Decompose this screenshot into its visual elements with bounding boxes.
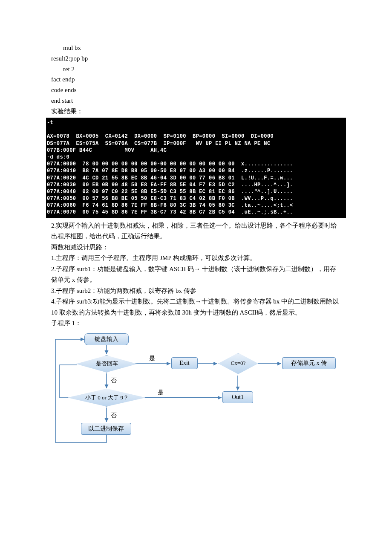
fc-edge-label-no: 否 [111,412,117,419]
code-line: code ends [51,85,341,95]
fc-node-label: 存储单元 x 传 [291,359,327,367]
document-page: mul bx result2:pop bp ret 2 fact endp co… [0,0,392,467]
code-line: end start [51,95,341,106]
code-line: ret 2 [51,64,341,75]
fc-node-label: Out1 [232,394,244,401]
fc-node-label: 键盘输入 [95,335,118,343]
fc-edge-label-no: 否 [111,377,117,384]
design-step: 2.子程序 surb1：功能是键盘输入，数字键 ASCII 码→ 十进制数（该十… [51,264,341,286]
fc-node-range [67,389,146,407]
design-step: 4.子程序 surb3:功能为显示十进制数。先将二进制数→十进制数。将传参寄存器… [51,296,341,318]
fc-node-store-x: 存储单元 x 传 [282,357,336,369]
fc-node-exit: Exit [171,357,198,369]
fc-node-cx0 [218,353,258,374]
section-2-title: 2.实现两个输入的十进制数相减法，相乘，相除，三者任选一个。给出设计思路，各个子… [51,220,341,242]
code-line: fact endp [51,74,341,85]
result-label: 实验结果： [51,106,341,117]
subprogram-1-label: 子程序 1： [51,318,341,329]
design-step: 1.主程序：调用三个子程序。主程序用 JMP 构成循环，可以做多次计算。 [51,253,341,264]
fc-edge-label-yes: 是 [149,355,155,362]
code-line: mul bx [51,43,341,53]
flowchart-subprogram-1: 键盘输入 是否回车 小于 0 or 大于 9？ 以二进制保存 Exit Cx=0… [51,331,341,450]
fc-node-save: 以二进制保存 [81,423,131,435]
fc-edge-label-yes: 是 [158,389,164,396]
code-block: mul bx result2:pop bp ret 2 fact endp co… [51,43,341,106]
fc-node-is-enter [76,356,137,373]
fc-node-input: 键盘输入 [84,333,129,345]
fc-node-label: Exit [179,360,189,367]
fc-node-label: 以二进制保存 [88,425,124,433]
code-line: result2:pop bp [51,53,341,64]
design-step: 3.子程序 surb2：功能为两数相减，以寄存器 bx 传参 [51,286,341,297]
fc-node-out1: Out1 [222,391,253,403]
terminal-output: -t AX=0078 BX=0005 CX=0142 DX=0000 SP=01… [46,118,346,218]
design-label: 两数相减设计思路： [51,242,341,253]
